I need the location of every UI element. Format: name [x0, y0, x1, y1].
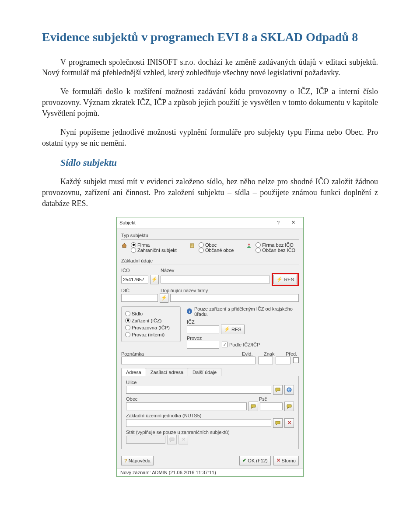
- icz-input[interactable]: [187, 325, 219, 333]
- cancel-label: Storno: [282, 458, 296, 463]
- building-icon: [189, 242, 195, 248]
- icz-res-label: RES: [231, 327, 242, 332]
- radio-provozovna[interactable]: Provozovna (IČP): [125, 325, 177, 330]
- location-radio-group: Sídlo Zařízení (IČZ) Provozovna (IČP) Pr…: [121, 306, 181, 342]
- dialog-title: Subjekt: [119, 220, 271, 225]
- pred-label: Před.: [286, 351, 299, 357]
- nazev-input[interactable]: [161, 276, 270, 283]
- info-icon: i: [187, 308, 192, 314]
- zuj-input[interactable]: [126, 419, 271, 427]
- pred-checkbox[interactable]: [293, 357, 299, 363]
- radio-sidlo-label: Sídlo: [132, 311, 143, 316]
- ulice-map-button[interactable]: [273, 385, 283, 395]
- radio-obec[interactable]: Obec: [199, 242, 217, 248]
- provoz-input[interactable]: [187, 341, 219, 349]
- dialog-footer: ? Nápověda ✔ OK (F12) ✕ Storno: [117, 453, 303, 468]
- person-icon: [246, 242, 252, 248]
- radio-zarizeni[interactable]: Zařízení (IČZ): [125, 318, 177, 323]
- clear-icon: ✕: [287, 420, 291, 426]
- svg-rect-3: [192, 245, 193, 245]
- bolt-icon: ⚡: [276, 276, 283, 282]
- check-icon: ✔: [242, 458, 246, 463]
- ico-bolt-button[interactable]: ⚡: [150, 275, 159, 284]
- zuj-lookup-button[interactable]: [273, 418, 283, 428]
- speech-icon: [275, 387, 280, 392]
- ulice-globe-button[interactable]: [284, 385, 294, 395]
- speech-icon: [275, 420, 280, 426]
- bolt-icon: ⚡: [224, 326, 230, 332]
- clear-icon: ✕: [182, 437, 186, 442]
- stat-clear-button: ✕: [178, 435, 188, 444]
- svg-rect-2: [191, 245, 192, 245]
- poznamka-input[interactable]: [121, 357, 256, 364]
- ulice-label: Ulice: [126, 380, 294, 385]
- radio-firma-label: Firma: [137, 242, 150, 248]
- radio-zarizeni-label: Zařízení (IČZ): [132, 318, 161, 323]
- stat-input[interactable]: [126, 436, 165, 444]
- tab-dalsi[interactable]: Další údaje: [188, 368, 221, 376]
- dic-input[interactable]: [121, 294, 158, 302]
- psc-input[interactable]: [260, 402, 283, 410]
- ico-label: IČO: [121, 268, 155, 273]
- help-icon: ?: [124, 458, 127, 463]
- globe-icon: [287, 387, 292, 392]
- help-footer-button[interactable]: ? Nápověda: [121, 456, 154, 465]
- svg-marker-0: [122, 243, 126, 248]
- provoz-label: Provoz: [187, 336, 299, 341]
- ulice-input[interactable]: [126, 386, 271, 394]
- dialog-titlebar: Subjekt ? ✕: [117, 217, 303, 228]
- obec-lookup-button[interactable]: [248, 402, 258, 411]
- bolt-icon: ⚡: [161, 295, 167, 301]
- res-highlight: ⚡RES: [272, 273, 299, 286]
- podle-checkbox[interactable]: Podle IČZ/IČP: [222, 342, 260, 347]
- speech-icon: [169, 437, 175, 442]
- icz-res-button[interactable]: ⚡RES: [221, 325, 245, 334]
- typ-subjektu-label: Typ subjektu: [121, 233, 299, 238]
- paragraph-1: V programech společnosti INISOFT s.r.o. …: [42, 57, 378, 79]
- svg-point-4: [248, 244, 250, 245]
- paragraph-2: Ve formuláři došlo k rozšíření možnosti …: [42, 86, 378, 119]
- doplnujici-input[interactable]: [170, 294, 299, 302]
- zuj-label: Základní územní jednotka (NUTS5): [126, 413, 294, 418]
- paragraph-4: Každý subjekt musí mít v evidenci založe…: [42, 176, 378, 209]
- znak-input[interactable]: [276, 357, 290, 364]
- close-button[interactable]: ✕: [286, 218, 301, 227]
- radio-firma-bez-ico[interactable]: Firma bez IČO: [256, 242, 294, 248]
- zuj-clear-button[interactable]: ✕: [284, 418, 294, 428]
- cancel-button[interactable]: ✕ Storno: [273, 456, 299, 465]
- radio-zahranicni-label: Zahraniční subjekt: [137, 248, 177, 253]
- radio-obcan-bez-ico-label: Občan bez IČO: [262, 248, 295, 253]
- radio-obcane-obce[interactable]: Občané obce: [199, 248, 234, 253]
- speech-icon: [287, 404, 292, 409]
- radio-sidlo[interactable]: Sídlo: [125, 311, 177, 316]
- radio-provoz-interni[interactable]: Provoz (interní): [125, 332, 177, 337]
- radio-provoz-interni-label: Provoz (interní): [132, 332, 164, 337]
- ok-button[interactable]: ✔ OK (F12): [239, 456, 270, 465]
- page-title: Evidence subjektů v programech EVI 8 a S…: [42, 30, 378, 45]
- znak-label: Znak: [264, 351, 280, 357]
- info-text: Pouze zařízení s přiděleným IČZ od krajs…: [194, 306, 299, 317]
- res-button[interactable]: ⚡RES: [273, 275, 297, 284]
- radio-provozovna-label: Provozovna (IČP): [132, 325, 170, 330]
- radio-firma[interactable]: Firma: [131, 242, 150, 248]
- tab-adresa[interactable]: Adresa: [121, 368, 146, 376]
- tab-zasilaci[interactable]: Zasílací adresa: [146, 368, 188, 376]
- bolt-icon: ⚡: [151, 276, 158, 282]
- dic-label: DIČ: [121, 288, 155, 293]
- icz-label: IČZ: [187, 319, 299, 325]
- address-tabs: Adresa Zasílací adresa Další údaje: [121, 368, 299, 376]
- tab-adresa-body: Ulice Obec Psč: [121, 376, 299, 449]
- stat-lookup-button: [167, 435, 177, 444]
- obec-input[interactable]: [126, 402, 247, 410]
- help-button[interactable]: ?: [271, 218, 286, 227]
- psc-lookup-button[interactable]: [284, 402, 294, 411]
- dic-bolt-button[interactable]: ⚡: [160, 293, 168, 303]
- svg-rect-1: [190, 244, 194, 248]
- ico-input[interactable]: [121, 276, 148, 283]
- radio-zahranicni[interactable]: Zahraniční subjekt: [131, 248, 177, 253]
- status-bar: Nový záznam: ADMIN (21.06.2016 11:37:11): [117, 468, 303, 476]
- evid-input[interactable]: [258, 357, 273, 364]
- stat-label: Stát (vyplňuje se pouze u zahraničních s…: [126, 430, 294, 435]
- nazev-label: Název: [161, 268, 299, 273]
- radio-obcan-bez-ico[interactable]: Občan bez IČO: [256, 248, 295, 253]
